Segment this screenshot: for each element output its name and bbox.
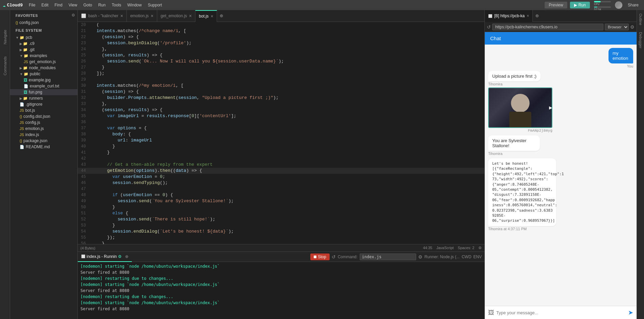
code-line-23: 23 session.beginDialog('/profile'); (78, 40, 484, 46)
menu-window[interactable]: Window (124, 2, 144, 8)
nav-navigate[interactable]: Navigate (3, 27, 7, 47)
code-line-42: 42 (78, 156, 484, 162)
refresh-button[interactable]: ↺ (332, 254, 336, 260)
main-layout: Navigate Commands FAVORITES ⚙ {} config.… (0, 10, 644, 319)
code-editor[interactable]: 20 ( 21 intents.matches(/^change name/i,… (78, 22, 484, 244)
settings-icon[interactable]: ⚙ (478, 246, 482, 250)
browser-url-input[interactable] (492, 24, 603, 30)
nav-commands[interactable]: Commands (3, 54, 7, 78)
tab-bot-js[interactable]: bot.js × (195, 10, 217, 22)
run-button[interactable]: ▶ Run (570, 2, 590, 8)
sidebar-item-public[interactable]: ▼ 📁 public (10, 71, 77, 77)
expand-arrow: ▶ (20, 97, 22, 100)
chat-messages[interactable]: my emotion You Upload a picture first ;)… (485, 45, 637, 306)
browser-tab-close[interactable]: × (527, 14, 529, 18)
sidebar-item-runners[interactable]: ▶ 📁 runners (10, 95, 77, 101)
sidebar-item-examples[interactable]: ▼ 📁 examples (10, 53, 77, 59)
code-line-29: 29 (78, 77, 484, 83)
browser-tab-main[interactable]: ⬜ [B] https://pcb-ka × (485, 10, 533, 22)
sidebar-item-package-json[interactable]: {} package.json (10, 138, 77, 144)
tab-add-button[interactable]: ⊕ (217, 12, 226, 19)
tab-close-get-emotion[interactable]: × (189, 13, 192, 19)
sidebar-item-example-jpg[interactable]: 🖼 example.jpg (10, 77, 77, 83)
folder-icon: 📁 (24, 72, 28, 76)
code-line-54: 54 session.endDialog(`Let's be honest! $… (78, 229, 484, 235)
terminal-tab-indexjs[interactable]: ⬜ index.js - Runnin ⚙ ⊕ (78, 252, 132, 262)
browser-refresh-button[interactable]: ↺ (487, 24, 491, 30)
add-terminal-icon[interactable]: ⊕ (125, 254, 128, 259)
user-avatar[interactable] (615, 1, 622, 9)
sidebar-item-readme[interactable]: 📄 README.md (10, 144, 77, 150)
browser-tab-icon: ⬜ (488, 14, 492, 18)
chat-message-input[interactable] (496, 310, 626, 315)
browser-settings-button[interactable]: ⚙ (630, 24, 635, 30)
sidebar-item-example-curl[interactable]: 📄 example_curl.txt (10, 83, 77, 89)
cwd-button[interactable]: CWD (462, 255, 472, 259)
browser-tab-add[interactable]: ⊕ (533, 12, 542, 19)
tab-close-emotion[interactable]: × (151, 13, 153, 19)
code-line-34: 34 (session, results) => { (78, 107, 484, 113)
file-icon-js: JS (20, 108, 24, 112)
menu-find[interactable]: Find (52, 2, 65, 8)
code-line-43: 43 // Get a then-able reply from the exp… (78, 162, 484, 168)
sidebar-tab-debugger[interactable]: Debugger (638, 29, 643, 52)
editor-area: ⬜ bash - "kalincher × emotion.js × get_e… (78, 10, 484, 319)
menu-edit[interactable]: Edit (39, 2, 51, 8)
stop-button[interactable]: Stop (310, 254, 330, 260)
chat-bubble-json: Let's be honest! [{"faceRectangle": {"he… (488, 158, 556, 226)
terminal-line-8: Server fired at 8080 (80, 306, 482, 312)
chat-image-wrapper: ▶ FmANp2j8myg (488, 87, 552, 133)
code-line-31: 31 (session) => { (78, 89, 484, 95)
tab-close-bot[interactable]: × (211, 14, 213, 19)
env-button[interactable]: ENV (473, 255, 482, 259)
tab-emotion[interactable]: emotion.js × (127, 10, 157, 22)
sidebar-item-pcb[interactable]: ▼ 📁 pcb (10, 34, 77, 41)
tab-get-emotion[interactable]: get_emotion.js × (157, 10, 195, 22)
stop-icon (314, 256, 316, 258)
attach-image-icon[interactable]: 🖼 (488, 309, 494, 316)
file-icon-img: 🖼 (24, 78, 27, 82)
sidebar-item-get-emotion[interactable]: JS get_emotion.js (10, 59, 77, 65)
sidebar-item-config-js[interactable]: JS config.js (10, 119, 77, 126)
browser-type-select[interactable]: Browser (605, 24, 629, 30)
sidebar-item-index-js[interactable]: JS index.js (10, 132, 77, 138)
menu-goto[interactable]: Goto (80, 2, 95, 8)
file-icon-json: {} (20, 139, 22, 143)
sidebar-item-c9[interactable]: ▶ 📁 .c9 (10, 41, 77, 47)
menu-run[interactable]: Run (95, 2, 108, 8)
command-input[interactable] (360, 254, 416, 260)
share-button[interactable]: Share (625, 2, 641, 8)
menu-file[interactable]: File (26, 2, 38, 8)
expand-arrow: ▶ (20, 42, 22, 46)
sidebar-item-emotion-js[interactable]: JS emotion.js (10, 126, 77, 132)
cloud-icon: ☁ (3, 2, 5, 8)
sidebar-item-node-modules[interactable]: ▶ 📁 node_modules (10, 65, 77, 71)
sidebar-item-fun-png[interactable]: 🖼 fun.png (10, 89, 77, 95)
tab-close-bash[interactable]: × (120, 13, 123, 19)
menu-tools[interactable]: Tools (109, 2, 124, 8)
sidebar-item-config-dist[interactable]: {} config.dist.json (10, 113, 77, 119)
terminal-line-3: [nodemon] restarting due to changes... (80, 275, 482, 282)
expand-arrow: ▶ (20, 48, 22, 52)
code-line-38: 38 body: { (78, 131, 484, 137)
menu-support[interactable]: Support (145, 2, 165, 8)
file-icon-js: JS (20, 127, 24, 131)
tab-bash[interactable]: ⬜ bash - "kalincher × (78, 10, 127, 22)
browser-tabs: ⬜ [B] https://pcb-ka × ⊕ (485, 10, 637, 22)
sidebar-item-git[interactable]: ▶ 📁 .git (10, 47, 77, 53)
code-line-45: 45 var userEmotion = 0; (78, 174, 484, 180)
expand-arrow: ▼ (20, 72, 23, 76)
sidebar-item-bot-js[interactable]: JS bot.js (10, 107, 77, 113)
filesystem-header: FILE SYSTEM (13, 26, 45, 33)
expand-arrow: ▼ (16, 36, 19, 39)
terminal-output[interactable]: [nodemon] starting `node /home/ubuntu/wo… (78, 262, 484, 319)
sidebar-tab-outline[interactable]: Outline (638, 10, 643, 29)
send-button[interactable]: ➤ (628, 309, 633, 316)
file-icon-js: JS (20, 133, 24, 137)
sidebar-item-gitignore[interactable]: 📄 .gitignore (10, 101, 77, 107)
menu-view[interactable]: View (66, 2, 80, 8)
terminal-gear-button[interactable]: ⚙ (418, 254, 423, 260)
sidebar-item-config-json[interactable]: {} config.json (10, 20, 77, 26)
preview-button[interactable]: Preview (545, 2, 567, 8)
sidebar-gear-icon[interactable]: ⚙ (72, 12, 75, 18)
